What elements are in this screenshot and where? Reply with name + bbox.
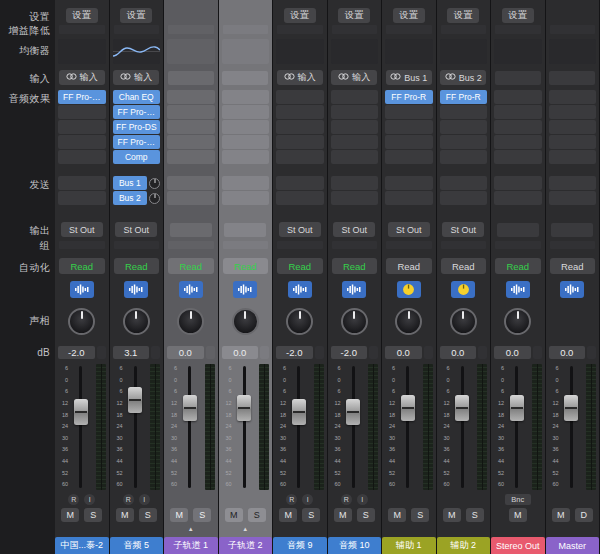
input-monitor-button[interactable]: I (302, 494, 313, 505)
mute-button[interactable]: M (334, 508, 352, 522)
record-enable-button[interactable]: R (123, 494, 134, 505)
fx-slot-empty[interactable] (331, 135, 379, 149)
settings-button[interactable]: 设置 (66, 8, 98, 23)
fx-plugin-slot[interactable]: FF Pro-R (385, 90, 433, 104)
automation-mode-button[interactable]: Read (168, 258, 214, 274)
group-slot[interactable] (495, 241, 541, 249)
automation-mode-button[interactable]: Read (550, 258, 596, 274)
fader-track[interactable] (515, 366, 518, 488)
mute-button[interactable]: M (61, 508, 79, 522)
fx-slot-empty[interactable] (385, 150, 433, 164)
fx-slot-empty[interactable] (167, 90, 215, 104)
input-button[interactable]: 输入 (277, 70, 323, 85)
track-name[interactable]: 子轨道 2 (219, 537, 273, 554)
eq-display[interactable] (58, 39, 106, 64)
fx-slot-empty[interactable] (222, 90, 270, 104)
eq-display[interactable] (276, 39, 324, 64)
send-slot-empty[interactable] (331, 191, 379, 205)
send-slot-empty[interactable] (494, 191, 542, 205)
output-button[interactable]: St Out (279, 222, 321, 237)
fx-slot-empty[interactable] (167, 150, 215, 164)
settings-button[interactable]: 设置 (393, 8, 425, 23)
eq-display[interactable] (167, 39, 215, 64)
settings-button[interactable]: 设置 (120, 8, 152, 23)
track-name[interactable]: Master (546, 537, 600, 554)
fx-slot-empty[interactable] (549, 135, 597, 149)
eq-curve-display[interactable] (113, 39, 161, 64)
fader-track[interactable] (297, 366, 300, 488)
group-slot[interactable] (550, 241, 596, 249)
fx-slot-empty[interactable] (549, 105, 597, 119)
eq-display[interactable] (222, 39, 270, 64)
track-name[interactable]: 中国...泰-2 (55, 537, 109, 554)
input-button[interactable]: 输入 (331, 70, 377, 85)
pan-knob[interactable] (395, 308, 422, 335)
fx-plugin-slot[interactable]: Chan EQ (113, 90, 161, 104)
send-slot-empty[interactable] (385, 176, 433, 190)
pan-knob[interactable] (286, 308, 313, 335)
eq-display[interactable] (494, 39, 542, 64)
fx-slot-empty[interactable] (167, 135, 215, 149)
automation-mode-button[interactable]: Read (59, 258, 105, 274)
fx-plugin-slot[interactable]: FF Pro-DS (113, 120, 161, 134)
send-slot-empty[interactable] (276, 191, 324, 205)
fader-cap[interactable] (292, 399, 306, 425)
fx-slot-empty[interactable] (222, 135, 270, 149)
fader-cap[interactable] (183, 395, 197, 421)
fx-slot-empty[interactable] (276, 90, 324, 104)
fx-slot-empty[interactable] (167, 105, 215, 119)
stack-collapse-arrow[interactable]: ▲ (242, 526, 248, 532)
bounce-button[interactable]: Bnc (505, 494, 531, 505)
fader-track[interactable] (352, 366, 355, 488)
automation-mode-button[interactable]: Read (332, 258, 378, 274)
track-name[interactable]: 辅助 2 (437, 537, 491, 554)
volume-value[interactable]: 0.0 (549, 346, 586, 359)
input-button[interactable]: 输入 (59, 70, 105, 85)
track-name[interactable]: 音频 9 (273, 537, 327, 554)
send-slot-empty[interactable] (222, 176, 270, 190)
fx-slot-empty[interactable] (440, 120, 488, 134)
pan-knob[interactable] (450, 308, 477, 335)
fx-slot-empty[interactable] (58, 105, 106, 119)
volume-value[interactable]: 0.0 (167, 346, 204, 359)
group-slot[interactable] (441, 241, 487, 249)
record-enable-button[interactable]: R (286, 494, 297, 505)
fx-slot-empty[interactable] (276, 120, 324, 134)
eq-display[interactable] (440, 39, 488, 64)
group-slot[interactable] (332, 241, 378, 249)
eq-display[interactable] (549, 39, 597, 64)
group-slot[interactable] (223, 241, 269, 249)
solo-button[interactable]: S (302, 508, 320, 522)
send-slot[interactable]: Bus 2 (113, 191, 148, 205)
fader-cap[interactable] (455, 395, 469, 421)
fx-slot-empty[interactable] (58, 120, 106, 134)
input-button[interactable]: 输入 (113, 70, 159, 85)
fx-slot-empty[interactable] (494, 90, 542, 104)
send-slot-empty[interactable] (222, 191, 270, 205)
fx-slot-empty[interactable] (549, 120, 597, 134)
fader-track[interactable] (406, 366, 409, 488)
send-slot-empty[interactable] (276, 176, 324, 190)
send-slot-empty[interactable] (494, 176, 542, 190)
mute-button[interactable]: M (509, 508, 527, 522)
solo-button[interactable]: S (193, 508, 211, 522)
mute-button[interactable]: M (225, 508, 243, 522)
volume-value[interactable]: -2.0 (331, 346, 368, 359)
group-slot[interactable] (114, 241, 160, 249)
fx-slot-empty[interactable] (58, 150, 106, 164)
settings-button[interactable]: 设置 (502, 8, 534, 23)
input-button[interactable]: Bus 1 (386, 70, 432, 85)
mute-button[interactable]: M (388, 508, 406, 522)
output-button[interactable]: St Out (442, 222, 484, 237)
group-slot[interactable] (59, 241, 105, 249)
send-slot-empty[interactable] (167, 176, 215, 190)
input-monitor-button[interactable]: I (357, 494, 368, 505)
fx-plugin-slot[interactable]: Comp (113, 150, 161, 164)
solo-button[interactable]: S (139, 508, 157, 522)
send-level-knob[interactable] (149, 193, 160, 204)
volume-value[interactable]: -2.0 (58, 346, 95, 359)
automation-mode-button[interactable]: Read (223, 258, 269, 274)
fx-slot-empty[interactable] (494, 135, 542, 149)
fader-track[interactable] (243, 366, 246, 488)
dim-button[interactable]: D (575, 508, 593, 522)
